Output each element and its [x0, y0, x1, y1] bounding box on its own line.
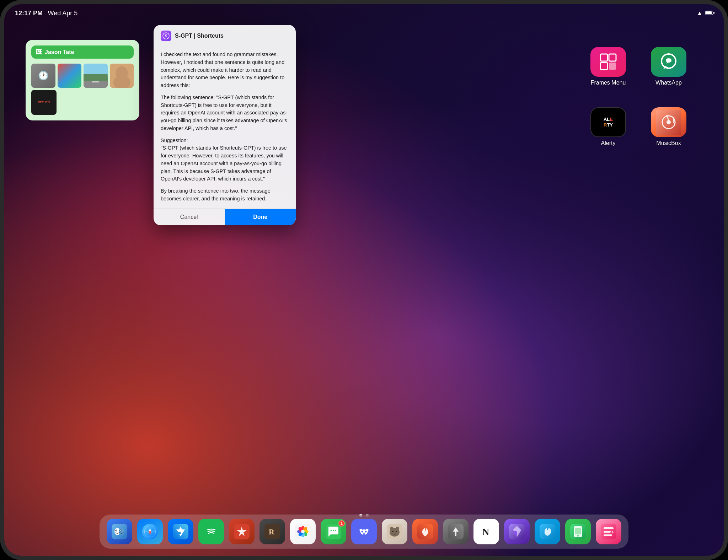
dialog-body-intro: I checked the text and found no grammar … [161, 51, 289, 90]
dialog-header: S S-GPT | Shortcuts [154, 25, 296, 45]
dialog-overlay: S S-GPT | Shortcuts I checked the text a… [4, 4, 724, 556]
dialog-box: S S-GPT | Shortcuts I checked the text a… [154, 25, 296, 225]
dialog-suggestion-text: "S-GPT (which stands for Shortcuts-GPT) … [161, 145, 287, 182]
cancel-button[interactable]: Cancel [154, 209, 225, 225]
svg-text:S: S [165, 34, 167, 38]
dialog-buttons: Cancel Done [154, 209, 296, 225]
dialog-body: I checked the text and found no grammar … [154, 45, 296, 209]
dialog-body-suggestion: Suggestion: "S-GPT (which stands for Sho… [161, 137, 289, 183]
done-button[interactable]: Done [225, 209, 296, 225]
dialog-body-sentence: The following sentence: "S-GPT (which st… [161, 94, 289, 133]
sgpt-icon: S [161, 31, 171, 41]
dialog-title: S-GPT | Shortcuts [175, 33, 224, 39]
dialog-suggestion-label: Suggestion: [161, 138, 188, 143]
ipad-frame: 12:17 PM Wed Apr 5 ▲ 🖼 Jason Tate 🕐 [0, 0, 728, 560]
dialog-sentence-label: The following sentence: [161, 95, 215, 100]
dialog-body-closing: By breaking the sentence into two, the m… [161, 187, 289, 203]
